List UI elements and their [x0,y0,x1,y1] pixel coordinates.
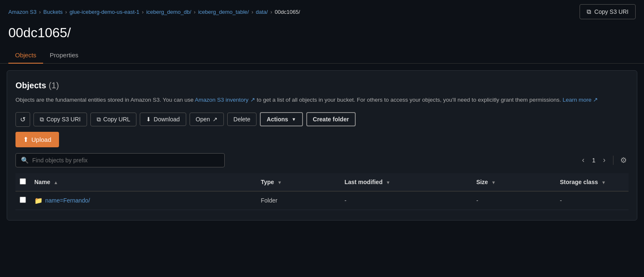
table-row: 📁 name=Fernando/ Folder - - - [15,191,629,210]
upload-button[interactable]: ⬆ Upload [15,132,59,147]
delete-button[interactable]: Delete [227,113,257,126]
copy-s3-uri-button[interactable]: ⧉ Copy S3 URI [33,113,87,126]
copy-s3-uri-icon: ⧉ [40,116,44,123]
download-button[interactable]: ⬇ Download [140,113,186,126]
page-title-bar: 00dc1065/ [0,22,644,47]
breadcrumb-sep-4: › [251,9,253,15]
tabs-bar: Objects Properties [0,47,644,64]
table-header-row: Name ▲ Type ▼ Last modified ▼ Size ▼ Sto… [15,173,629,191]
breadcrumb-sep-5: › [270,9,272,15]
folder-icon: 📁 [34,197,43,205]
search-input[interactable] [32,157,219,164]
pagination-next-button[interactable]: › [600,154,608,166]
toolbar: ↺ ⧉ Copy S3 URI ⧉ Copy URL ⬇ Download Op… [15,112,629,127]
row-type-cell: Folder [257,191,340,210]
name-sort-icon: ▲ [54,180,58,185]
breadcrumb-sep-2: › [142,9,144,15]
copy-url-button[interactable]: ⧉ Copy URL [90,113,137,126]
table-header-size[interactable]: Size ▼ [472,173,556,191]
table-header-last-modified[interactable]: Last modified ▼ [340,173,472,191]
copy-s3-uri-top-button[interactable]: ⧉ Copy S3 URI [580,4,636,19]
download-icon: ⬇ [146,116,151,123]
row-name-link[interactable]: 📁 name=Fernando/ [34,197,252,205]
row-name-cell: 📁 name=Fernando/ [30,191,257,210]
copy-icon-top: ⧉ [587,8,591,15]
breadcrumb-item-bucket[interactable]: glue-iceberg-demo-us-east-1 [69,9,139,15]
breadcrumb-bar: Amazon S3 › Buckets › glue-iceberg-demo-… [0,0,644,22]
select-all-checkbox[interactable] [20,178,26,185]
breadcrumb-item-amazon-s3[interactable]: Amazon S3 [8,9,36,15]
actions-chevron-icon: ▼ [292,117,296,122]
last-modified-sort-icon: ▼ [386,180,390,185]
upload-row: ⬆ Upload [15,132,629,147]
row-storage-class-cell: - [556,191,629,210]
settings-button[interactable]: ⚙ [618,154,629,167]
objects-table: Name ▲ Type ▼ Last modified ▼ Size ▼ Sto… [15,173,629,210]
table-header-storage-class[interactable]: Storage class ▼ [556,173,629,191]
open-external-icon: ↗ [213,116,218,123]
refresh-icon: ↺ [20,115,26,123]
copy-url-icon: ⧉ [97,116,101,123]
size-sort-icon: ▼ [491,180,496,185]
breadcrumb-current: 00dc1065/ [275,9,300,15]
objects-description: Objects are the fundamental entities sto… [15,95,629,105]
row-checkbox[interactable] [20,197,26,203]
actions-button[interactable]: Actions ▼ [260,112,303,126]
table-header-checkbox [15,173,30,191]
search-box: 🔍 [15,153,225,167]
search-row: 🔍 ‹ 1 › ⚙ [15,153,629,167]
objects-count: (1) [49,81,59,90]
refresh-button[interactable]: ↺ [15,112,30,127]
breadcrumb-sep-1: › [65,9,67,15]
table-header-name[interactable]: Name ▲ [30,173,257,191]
row-size-cell: - [472,191,556,210]
pagination-prev-button[interactable]: ‹ [580,154,587,166]
row-last-modified-cell: - [340,191,472,210]
breadcrumb-item-table[interactable]: iceberg_demo_table/ [198,9,249,15]
breadcrumb-sep-3: › [194,9,195,15]
pagination-controls: ‹ 1 › ⚙ [580,154,629,167]
breadcrumb: Amazon S3 › Buckets › glue-iceberg-demo-… [8,9,300,15]
breadcrumb-sep-0: › [39,9,41,15]
type-sort-icon: ▼ [277,180,282,185]
learn-more-link[interactable]: Learn more ↗ [563,97,598,103]
page-title: 00dc1065/ [8,25,636,41]
create-folder-button[interactable]: Create folder [306,112,356,126]
inventory-link[interactable]: Amazon S3 inventory ↗ [195,97,255,103]
open-button[interactable]: Open ↗ [190,113,224,126]
search-icon: 🔍 [21,156,29,164]
tab-properties[interactable]: Properties [43,47,85,64]
copy-s3-uri-top-label: Copy S3 URI [594,8,629,15]
breadcrumb-item-data[interactable]: data/ [256,9,268,15]
tab-objects[interactable]: Objects [8,47,43,64]
breadcrumb-item-db[interactable]: iceberg_demo_db/ [146,9,191,15]
row-checkbox-cell [15,191,30,210]
pagination-divider [613,156,613,165]
table-header-type[interactable]: Type ▼ [257,173,340,191]
upload-icon: ⬆ [23,136,28,144]
main-content: Objects (1) Objects are the fundamental … [7,70,637,221]
gear-icon: ⚙ [620,156,627,164]
objects-header: Objects (1) [15,81,629,90]
objects-section-title: Objects [15,81,46,90]
breadcrumb-item-buckets[interactable]: Buckets [44,9,63,15]
pagination-current-page: 1 [590,156,597,164]
storage-sort-icon: ▼ [601,180,606,185]
